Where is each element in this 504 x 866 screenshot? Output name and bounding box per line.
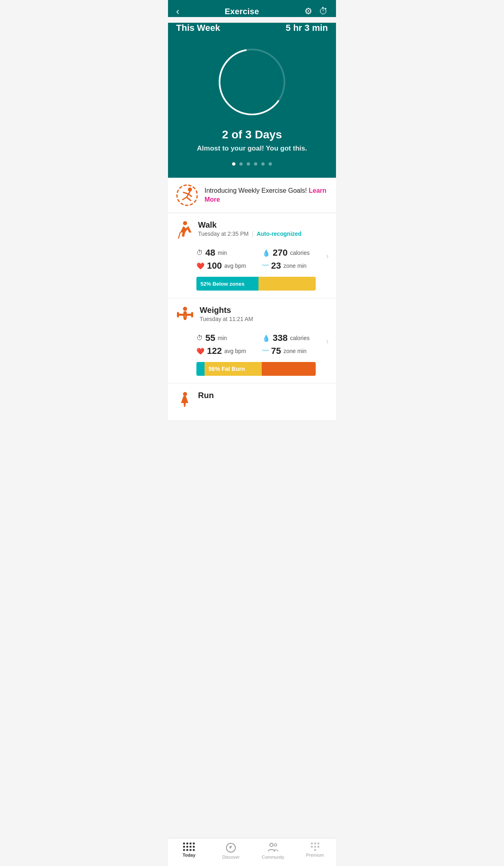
carousel-dots bbox=[176, 162, 328, 166]
walk-below-zones: 52% Below zones bbox=[196, 277, 258, 291]
activity-card-weights[interactable]: Weights Tuesday at 11:21 AM ⏱ 55 min 💧 3… bbox=[168, 298, 336, 383]
walk-duration-unit: min bbox=[218, 250, 227, 256]
weights-zone-value: 75 bbox=[271, 346, 281, 356]
banner-main-text: Introducing Weekly Exercise Goals! bbox=[205, 187, 309, 194]
banner-icon bbox=[176, 184, 198, 206]
walk-bpm-value: 100 bbox=[207, 261, 222, 271]
svg-rect-22 bbox=[177, 312, 179, 317]
walk-time: Tuesday at 2:35 PM bbox=[198, 231, 249, 237]
svg-point-17 bbox=[183, 221, 187, 225]
dot-2[interactable] bbox=[239, 162, 243, 166]
dot-4[interactable] bbox=[254, 162, 257, 166]
partial-name: Run bbox=[198, 391, 328, 400]
walk-info: Walk Tuesday at 2:35 PM | Auto-recognize… bbox=[198, 220, 328, 237]
days-text: 2 of 3 Days bbox=[176, 128, 328, 141]
dot-1[interactable] bbox=[232, 162, 235, 166]
weights-duration: ⏱ 55 min bbox=[196, 333, 262, 343]
walk-calories-value: 270 bbox=[273, 248, 288, 258]
weights-progress-bar: 56% Fat Burn bbox=[196, 362, 316, 376]
walk-bpm-unit: avg bpm bbox=[224, 263, 246, 269]
wave-icon: 〰 bbox=[262, 262, 269, 269]
weights-stats: ⏱ 55 min 💧 338 calories ❤️ 122 avg bpm 〰… bbox=[196, 333, 328, 356]
partial-header: Run bbox=[176, 391, 328, 411]
weights-time: Tuesday at 11:21 AM bbox=[200, 316, 253, 322]
hero-section: This Week 5 hr 3 min bbox=[168, 23, 336, 178]
svg-line-15 bbox=[183, 197, 187, 200]
activity-list: Walk Tuesday at 2:35 PM | Auto-recognize… bbox=[168, 213, 336, 421]
goal-text: Almost to your goal! You got this. bbox=[176, 144, 328, 153]
back-button[interactable]: ‹ bbox=[176, 6, 179, 17]
weights-clock-icon: ⏱ bbox=[196, 334, 203, 342]
weights-cardio bbox=[262, 362, 316, 376]
duration-label: 5 hr 3 min bbox=[286, 23, 328, 33]
drop-icon: 💧 bbox=[262, 249, 270, 257]
walk-zone: 〰 23 zone min bbox=[262, 261, 328, 271]
weights-duration-value: 55 bbox=[205, 333, 215, 343]
banner-text: Introducing Weekly Exercise Goals! Learn… bbox=[205, 186, 328, 205]
circle-svg bbox=[215, 45, 289, 118]
activity-circle bbox=[176, 45, 328, 118]
walk-chevron: › bbox=[326, 251, 329, 260]
goals-icon-svg bbox=[176, 184, 198, 206]
partial-icon bbox=[176, 392, 192, 411]
weights-chevron: › bbox=[326, 336, 329, 345]
weights-icon bbox=[176, 306, 194, 328]
pipe-divider: | bbox=[252, 231, 254, 237]
weights-bpm: ❤️ 122 avg bpm bbox=[196, 346, 262, 356]
weights-heart-icon: ❤️ bbox=[196, 347, 205, 355]
walk-bpm: ❤️ 100 avg bpm bbox=[196, 261, 262, 271]
promo-banner[interactable]: Introducing Weekly Exercise Goals! Learn… bbox=[168, 178, 336, 213]
svg-point-10 bbox=[177, 185, 197, 205]
svg-rect-21 bbox=[177, 314, 193, 316]
header-icons: ⚙ ⏱ bbox=[304, 6, 328, 17]
weights-drop-icon: 💧 bbox=[262, 334, 270, 342]
walk-name: Walk bbox=[198, 220, 328, 230]
clock-icon: ⏱ bbox=[196, 249, 203, 256]
svg-rect-23 bbox=[191, 312, 193, 317]
walk-stats: ⏱ 48 min 💧 270 calories ❤️ 100 avg bpm 〰… bbox=[196, 248, 328, 271]
walk-zone-unit: zone min bbox=[283, 263, 306, 269]
page-title: Exercise bbox=[225, 7, 259, 16]
header-top: ‹ Exercise ⚙ ⏱ bbox=[176, 6, 328, 17]
weights-fat-burn: 56% Fat Burn bbox=[205, 362, 262, 376]
svg-point-26 bbox=[183, 392, 187, 396]
svg-line-14 bbox=[188, 194, 192, 196]
this-week-row: This Week 5 hr 3 min bbox=[176, 23, 328, 33]
walk-duration-value: 48 bbox=[205, 248, 215, 258]
this-week-label: This Week bbox=[176, 23, 220, 33]
weights-below-zones bbox=[196, 362, 205, 376]
weights-calories-unit: calories bbox=[290, 335, 310, 341]
walk-progress-bar: 52% Below zones bbox=[196, 277, 316, 291]
heart-icon: ❤️ bbox=[196, 262, 205, 270]
dot-5[interactable] bbox=[261, 162, 265, 166]
walk-calories: 💧 270 calories bbox=[262, 248, 328, 258]
weights-duration-unit: min bbox=[218, 335, 227, 341]
weights-zone-unit: zone min bbox=[283, 348, 306, 354]
activity-card-walk[interactable]: Walk Tuesday at 2:35 PM | Auto-recognize… bbox=[168, 213, 336, 298]
activity-card-partial[interactable]: Run bbox=[168, 383, 336, 421]
progress-circle bbox=[215, 45, 289, 118]
walk-header: Walk Tuesday at 2:35 PM | Auto-recognize… bbox=[176, 220, 328, 243]
dot-6[interactable] bbox=[269, 162, 272, 166]
svg-line-13 bbox=[183, 192, 188, 194]
weights-zone: 〰 75 zone min bbox=[262, 346, 328, 356]
weights-bpm-unit: avg bpm bbox=[224, 348, 246, 354]
weights-calories-value: 338 bbox=[273, 333, 288, 343]
weights-header: Weights Tuesday at 11:21 AM bbox=[176, 306, 328, 328]
walk-duration: ⏱ 48 min bbox=[196, 248, 262, 258]
weights-wave-icon: 〰 bbox=[262, 347, 269, 355]
walk-calories-unit: calories bbox=[290, 250, 310, 256]
walk-badge: Auto-recognized bbox=[256, 231, 301, 237]
weights-bpm-value: 122 bbox=[207, 346, 222, 356]
timer-icon[interactable]: ⏱ bbox=[319, 6, 328, 17]
dot-3[interactable] bbox=[247, 162, 250, 166]
walk-icon bbox=[176, 221, 192, 243]
header: ‹ Exercise ⚙ ⏱ bbox=[168, 0, 336, 17]
svg-line-18 bbox=[179, 233, 180, 238]
partial-info: Run bbox=[198, 391, 328, 400]
svg-point-19 bbox=[183, 307, 187, 311]
weights-calories: 💧 338 calories bbox=[262, 333, 328, 343]
walk-time-row: Tuesday at 2:35 PM | Auto-recognized bbox=[198, 231, 328, 237]
weights-info: Weights Tuesday at 11:21 AM bbox=[200, 306, 328, 322]
settings-icon[interactable]: ⚙ bbox=[304, 6, 312, 17]
